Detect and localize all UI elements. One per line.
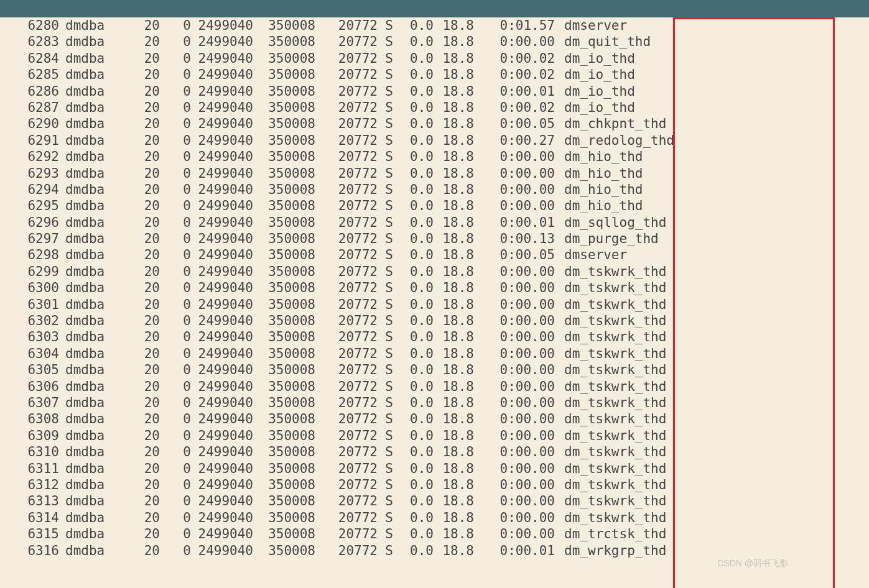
shr-cell: 20772 [315,296,378,313]
command-cell: dm_wrkgrp_thd [555,543,666,559]
table-row[interactable]: 6292dmdba200249904035000820772S0.018.80:… [0,149,869,165]
cpu-cell: 0.0 [393,296,434,313]
user-cell: dmdba [59,67,106,83]
user-cell: dmdba [59,296,106,313]
ni-cell: 0 [160,395,191,411]
table-row[interactable]: 6296dmdba200249904035000820772S0.018.80:… [0,214,869,231]
ni-cell: 0 [160,247,191,263]
virt-cell: 2499040 [191,313,253,329]
res-cell: 350008 [253,411,315,427]
pr-cell: 20 [106,362,160,378]
command-cell: dm_tskwrk_thd [555,313,666,329]
table-row[interactable]: 6299dmdba200249904035000820772S0.018.80:… [0,264,869,280]
table-row[interactable]: 6287dmdba200249904035000820772S0.018.80:… [0,99,869,116]
ni-cell: 0 [160,280,191,296]
cpu-cell: 0.0 [393,313,434,329]
table-row[interactable]: 6304dmdba200249904035000820772S0.018.80:… [0,346,869,362]
user-cell: dmdba [59,362,106,378]
shr-cell: 20772 [315,132,378,149]
ni-cell: 0 [160,461,191,477]
ni-cell: 0 [160,379,191,395]
cpu-cell: 0.0 [393,280,434,296]
user-cell: dmdba [59,165,106,181]
state-cell: S [378,214,393,231]
virt-cell: 2499040 [191,461,253,477]
state-cell: S [378,149,393,165]
virt-cell: 2499040 [191,247,253,263]
command-cell: dm_tskwrk_thd [555,493,666,509]
pid-cell: 6313 [0,493,59,509]
shr-cell: 20772 [315,231,378,247]
table-row[interactable]: 6297dmdba200249904035000820772S0.018.80:… [0,231,869,247]
shr-cell: 20772 [315,493,378,509]
table-row[interactable]: 6311dmdba200249904035000820772S0.018.80:… [0,461,869,477]
table-row[interactable]: 6312dmdba200249904035000820772S0.018.80:… [0,477,869,493]
virt-cell: 2499040 [191,395,253,411]
ni-cell: 0 [160,264,191,280]
table-row[interactable]: 6302dmdba200249904035000820772S0.018.80:… [0,313,869,329]
res-cell: 350008 [253,247,315,263]
cpu-cell: 0.0 [393,526,434,542]
table-row[interactable]: 6310dmdba200249904035000820772S0.018.80:… [0,444,869,460]
table-row[interactable]: 6293dmdba200249904035000820772S0.018.80:… [0,165,869,181]
table-row[interactable]: 6301dmdba200249904035000820772S0.018.80:… [0,296,869,313]
pid-cell: 6307 [0,395,59,411]
user-cell: dmdba [59,329,106,345]
virt-cell: 2499040 [191,379,253,395]
table-row[interactable]: 6316dmdba200249904035000820772S0.018.80:… [0,543,869,559]
mem-cell: 18.8 [434,362,474,378]
shr-cell: 20772 [315,313,378,329]
table-row[interactable]: 6298dmdba200249904035000820772S0.018.80:… [0,247,869,263]
state-cell: S [378,510,393,526]
cpu-cell: 0.0 [393,510,434,526]
ni-cell: 0 [160,346,191,362]
table-row[interactable]: 6300dmdba200249904035000820772S0.018.80:… [0,280,869,296]
user-cell: dmdba [59,214,106,231]
table-row[interactable]: 6286dmdba200249904035000820772S0.018.80:… [0,83,869,99]
table-row[interactable]: 6280dmdba200249904035000820772S0.018.80:… [0,17,869,34]
table-row[interactable]: 6283dmdba200249904035000820772S0.018.80:… [0,34,869,50]
table-row[interactable]: 6315dmdba200249904035000820772S0.018.80:… [0,526,869,542]
state-cell: S [378,280,393,296]
table-row[interactable]: 6309dmdba200249904035000820772S0.018.80:… [0,428,869,444]
table-row[interactable]: 6306dmdba200249904035000820772S0.018.80:… [0,379,869,395]
pr-cell: 20 [106,67,160,83]
res-cell: 350008 [253,231,315,247]
table-row[interactable]: 6290dmdba200249904035000820772S0.018.80:… [0,116,869,132]
table-row[interactable]: 6294dmdba200249904035000820772S0.018.80:… [0,181,869,198]
table-row[interactable]: 6284dmdba200249904035000820772S0.018.80:… [0,50,869,67]
res-cell: 350008 [253,264,315,280]
virt-cell: 2499040 [191,526,253,542]
pr-cell: 20 [106,17,160,34]
user-cell: dmdba [59,264,106,280]
res-cell: 350008 [253,67,315,83]
mem-cell: 18.8 [434,379,474,395]
table-row[interactable]: 6285dmdba200249904035000820772S0.018.80:… [0,67,869,83]
mem-cell: 18.8 [434,510,474,526]
mem-cell: 18.8 [434,99,474,116]
pr-cell: 20 [106,165,160,181]
mem-cell: 18.8 [434,395,474,411]
time-cell: 0:00.27 [474,132,555,149]
pr-cell: 20 [106,198,160,214]
table-row[interactable]: 6303dmdba200249904035000820772S0.018.80:… [0,329,869,345]
ni-cell: 0 [160,231,191,247]
table-row[interactable]: 6305dmdba200249904035000820772S0.018.80:… [0,362,869,378]
user-cell: dmdba [59,149,106,165]
mem-cell: 18.8 [434,198,474,214]
table-row[interactable]: 6314dmdba200249904035000820772S0.018.80:… [0,510,869,526]
table-row[interactable]: 6308dmdba200249904035000820772S0.018.80:… [0,411,869,427]
table-row[interactable]: 6313dmdba200249904035000820772S0.018.80:… [0,493,869,509]
user-cell: dmdba [59,99,106,116]
pr-cell: 20 [106,34,160,50]
virt-cell: 2499040 [191,116,253,132]
user-cell: dmdba [59,477,106,493]
table-row[interactable]: 6295dmdba200249904035000820772S0.018.80:… [0,198,869,214]
table-row[interactable]: 6291dmdba200249904035000820772S0.018.80:… [0,132,869,149]
time-cell: 0:00.00 [474,510,555,526]
table-row[interactable]: 6307dmdba200249904035000820772S0.018.80:… [0,395,869,411]
cpu-cell: 0.0 [393,411,434,427]
pid-cell: 6296 [0,214,59,231]
cpu-cell: 0.0 [393,477,434,493]
shr-cell: 20772 [315,83,378,99]
